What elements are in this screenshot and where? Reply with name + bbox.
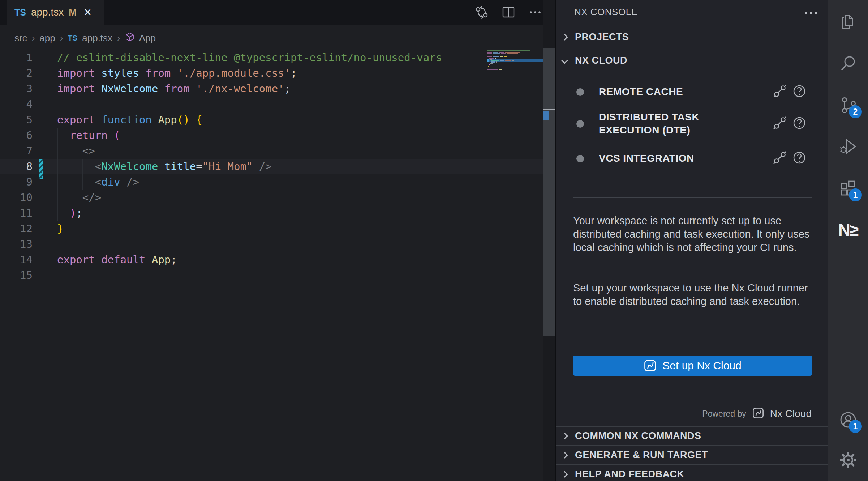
feature-remote-cache: REMOTE CACHE — [556, 80, 828, 103]
code-token: /> — [259, 160, 272, 173]
code-token — [190, 114, 196, 126]
nx-console-panel: NX CONSOLE PROJECTS NX CLOUD REMOTE CACH… — [555, 0, 828, 481]
accounts-icon[interactable]: 1 — [828, 400, 868, 440]
brand-label: Nx Cloud — [770, 408, 812, 420]
activity-bar: 2 1 N≥ 1 — [828, 0, 868, 481]
code-token — [120, 176, 126, 188]
powered-by: Powered by Nx Cloud — [702, 406, 812, 422]
code-token: App — [158, 114, 177, 126]
code-line-14[interactable]: export default App; — [57, 252, 177, 268]
code-token — [57, 160, 95, 173]
code-token: div — [101, 176, 120, 188]
code-line-9[interactable]: <div /> — [57, 174, 139, 190]
extensions-icon[interactable]: 1 — [828, 168, 868, 209]
code-token — [152, 114, 158, 126]
minimap-line — [487, 53, 518, 54]
code-token — [95, 254, 101, 266]
code-token — [253, 160, 259, 173]
code-token: } — [57, 222, 63, 235]
line-number: 14 — [0, 252, 33, 268]
panel-title: NX CONSOLE — [574, 7, 638, 18]
source-control-badge: 2 — [849, 105, 862, 118]
code-line-3[interactable]: import NxWelcome from './nx-welcome'; — [57, 81, 291, 97]
line-number: 4 — [0, 97, 33, 112]
section-common-nx-commands[interactable]: COMMON NX COMMANDS — [556, 426, 828, 445]
status-dot-icon — [576, 88, 584, 96]
help-icon[interactable] — [792, 150, 807, 166]
explorer-icon[interactable] — [828, 2, 868, 42]
section-nx-cloud[interactable]: NX CLOUD — [556, 50, 828, 71]
extensions-badge: 1 — [849, 188, 862, 201]
line-number: 2 — [0, 65, 33, 81]
code-line-5[interactable]: export function App() { — [57, 112, 202, 128]
code-token — [57, 145, 82, 157]
code-token: = — [196, 160, 202, 173]
scrollbar-slider[interactable] — [543, 48, 555, 336]
line-number: 12 — [0, 221, 33, 237]
code-token: < — [95, 176, 101, 188]
connect-icon[interactable] — [773, 116, 787, 132]
code-token: ; — [76, 207, 82, 219]
code-token: () — [177, 114, 190, 126]
connect-icon[interactable] — [773, 150, 787, 166]
help-icon[interactable] — [792, 84, 807, 100]
setup-hint-text: Set up your workspace to use the Nx Clou… — [573, 281, 811, 308]
more-actions-icon[interactable] — [805, 12, 817, 14]
code-line-1[interactable]: // eslint-disable-next-line @typescript-… — [57, 50, 442, 65]
code-token: export — [57, 254, 95, 266]
code-line-2[interactable]: import styles from './app.module.css'; — [57, 65, 297, 81]
code-editor[interactable]: 123456789101112131415 // eslint-disable-… — [0, 0, 555, 481]
code-token: default — [101, 254, 145, 266]
feature-label: REMOTE CACHE — [599, 85, 683, 98]
code-token: { — [196, 114, 202, 126]
code-token: import — [57, 82, 95, 95]
help-icon[interactable] — [792, 116, 807, 132]
settings-gear-icon[interactable] — [828, 440, 868, 480]
setup-nx-cloud-button[interactable]: Set up Nx Cloud — [573, 356, 812, 376]
section-projects[interactable]: PROJECTS — [556, 27, 828, 47]
code-line-11[interactable]: ); — [57, 205, 82, 221]
chevron-right-icon — [561, 433, 568, 439]
run-and-debug-icon[interactable] — [828, 127, 868, 167]
chevron-right-icon — [561, 452, 568, 458]
code-line-6[interactable]: return ( — [57, 128, 120, 143]
code-token — [158, 160, 164, 173]
nx-cloud-logo-icon — [752, 407, 764, 421]
line-number: 5 — [0, 112, 33, 128]
line-number: 6 — [0, 128, 33, 143]
gutter-modified-indicator — [39, 159, 43, 179]
search-icon[interactable] — [828, 43, 868, 84]
minimap-line — [491, 61, 497, 63]
section-label: HELP AND FEEDBACK — [575, 469, 684, 480]
overview-ruler-cursor-mark — [543, 109, 555, 110]
minimap-line — [490, 63, 493, 64]
line-number: 1 — [0, 50, 33, 65]
code-token — [57, 129, 70, 141]
section-generate-run-target[interactable]: GENERATE & RUN TARGET — [556, 445, 828, 464]
button-label: Set up Nx Cloud — [662, 359, 741, 372]
code-token — [57, 176, 95, 188]
vscode-window: TS app.tsx M × — [0, 0, 868, 481]
line-number: 7 — [0, 143, 33, 159]
code-token — [108, 129, 114, 141]
section-help-and-feedback[interactable]: HELP AND FEEDBACK — [556, 464, 828, 481]
code-line-10[interactable]: </> — [57, 190, 101, 205]
overview-ruler-modified-mark — [543, 111, 549, 120]
code-token: from — [139, 67, 177, 79]
code-line-7[interactable]: <> — [57, 143, 95, 159]
code-token: ; — [291, 67, 297, 79]
source-control-icon[interactable]: 2 — [828, 85, 868, 125]
line-number: 10 — [0, 190, 33, 205]
minimap[interactable] — [487, 47, 543, 141]
section-label: GENERATE & RUN TARGET — [575, 450, 708, 461]
connect-icon[interactable] — [773, 84, 787, 100]
code-line-12[interactable]: } — [57, 221, 63, 237]
nx-console-icon[interactable]: N≥ — [828, 210, 868, 250]
code-token — [95, 82, 101, 95]
code-token: ( — [114, 129, 120, 141]
feature-label: VCS INTEGRATION — [599, 152, 694, 165]
code-token: title — [164, 160, 196, 173]
code-line-8[interactable]: <NxWelcome title="Hi Mom" /> — [57, 159, 272, 174]
code-token — [95, 67, 101, 79]
status-dot-icon — [576, 120, 584, 128]
